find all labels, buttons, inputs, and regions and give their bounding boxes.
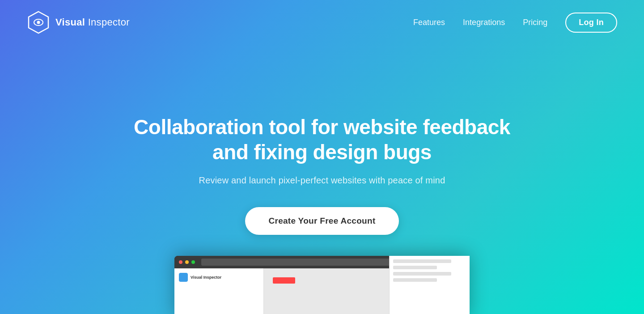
nav-features[interactable]: Features bbox=[413, 18, 445, 27]
logo[interactable]: Visual Inspector bbox=[27, 11, 130, 34]
browser-window: Visual Inspector bbox=[174, 256, 470, 314]
create-account-button[interactable]: Create Your Free Account bbox=[245, 207, 398, 235]
browser-minimize-dot bbox=[185, 260, 189, 264]
browser-panel-row-3 bbox=[393, 272, 451, 276]
browser-panel bbox=[389, 256, 470, 314]
nav-pricing[interactable]: Pricing bbox=[523, 18, 547, 27]
navbar: Visual Inspector Features Integrations P… bbox=[0, 0, 644, 45]
browser-close-dot bbox=[179, 260, 182, 264]
hero-title: Collaboration tool for website feedback … bbox=[121, 115, 523, 164]
browser-sidebar: Visual Inspector bbox=[174, 268, 264, 314]
browser-sidebar-logo-icon bbox=[179, 273, 188, 282]
nav-links: Features Integrations Pricing Log In bbox=[413, 13, 617, 33]
browser-preview: Visual Inspector bbox=[174, 256, 470, 314]
logo-icon bbox=[27, 11, 50, 34]
browser-panel-row-1 bbox=[393, 259, 451, 263]
nav-integrations[interactable]: Integrations bbox=[463, 18, 505, 27]
svg-point-1 bbox=[37, 21, 40, 24]
browser-panel-row-2 bbox=[393, 266, 437, 269]
login-button[interactable]: Log In bbox=[565, 13, 617, 33]
browser-body: Visual Inspector bbox=[174, 268, 470, 314]
hero-subtitle: Review and launch pixel-perfect websites… bbox=[199, 175, 445, 186]
browser-highlight-bar bbox=[273, 277, 295, 284]
hero-section: Visual Inspector Features Integrations P… bbox=[0, 0, 644, 314]
browser-maximize-dot bbox=[191, 260, 195, 264]
logo-text: Visual Inspector bbox=[55, 17, 130, 28]
browser-sidebar-logo-text: Visual Inspector bbox=[191, 275, 221, 280]
browser-panel-row-4 bbox=[393, 278, 437, 282]
browser-sidebar-logo: Visual Inspector bbox=[179, 273, 259, 282]
